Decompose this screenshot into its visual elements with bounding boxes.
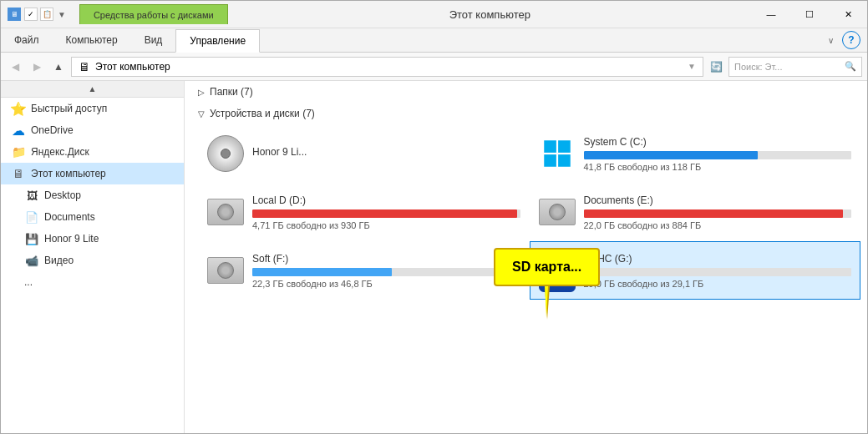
drive-name: Honor 9 Li...	[252, 146, 520, 158]
sidebar-item-quick-access[interactable]: ⭐ Быстрый доступ	[1, 98, 184, 119]
qa-icon-1[interactable]: ✓	[24, 8, 38, 21]
drive-bar-bg	[252, 268, 520, 276]
drive-info: Local D (D:) 4,71 ГБ свободно из 930 ГБ	[252, 194, 520, 230]
video-icon: 📹	[24, 253, 39, 268]
address-path[interactable]: 🖥 Этот компьютер ▼	[71, 57, 703, 77]
forward-button[interactable]: ▶	[28, 58, 46, 76]
sidebar-item-video[interactable]: 📹 Видео	[1, 250, 184, 271]
path-text: Этот компьютер	[95, 61, 170, 73]
sidebar-item-label: OneDrive	[31, 124, 74, 136]
folders-section-label: Папки (7)	[210, 86, 253, 98]
main-content: ▲ ⭐ Быстрый доступ ☁ OneDrive 📁 Яндекс.Д…	[1, 81, 867, 433]
path-icon: 🖥	[79, 60, 90, 73]
devices-section-header[interactable]: ▽ Устройства и диски (7)	[185, 103, 867, 124]
maximize-button[interactable]: ☐	[790, 1, 829, 28]
drive-bar-bg	[584, 268, 852, 276]
tab-manage[interactable]: Управление	[175, 29, 260, 53]
drive-bar-fill	[252, 268, 392, 276]
refresh-button[interactable]: 🔄	[707, 58, 725, 76]
search-placeholder: Поиск: Эт...	[734, 62, 783, 72]
this-computer-icon: 🖥	[11, 166, 26, 181]
hdd-drive-icon	[207, 252, 244, 289]
drive-free-text: 22,0 ГБ свободно из 884 ГБ	[584, 220, 852, 230]
ribbon-right: ∨ ?	[822, 28, 867, 52]
sidebar-item-label: Этот компьютер	[31, 168, 106, 179]
drive-bar-fill	[252, 209, 517, 218]
drive-bar-bg	[584, 151, 852, 159]
window-title: Этот компьютер	[235, 8, 745, 21]
sidebar-item-honor9lite[interactable]: 💾 Honor 9 Lite	[1, 228, 184, 250]
onedrive-icon: ☁	[11, 123, 26, 138]
tooltip-text: SD карта...	[512, 260, 581, 274]
qa-dropdown[interactable]: ▼	[58, 10, 66, 19]
svg-rect-0	[544, 140, 556, 153]
drive-info: System C (C:) 41,8 ГБ свободно из 118 ГБ	[584, 136, 852, 172]
devices-section-label: Устройства и диски (7)	[210, 108, 315, 119]
tooltip-arrow-fill	[545, 286, 548, 317]
desktop-icon: 🖼	[24, 188, 39, 203]
honor9lite-icon: 💾	[24, 231, 39, 246]
sidebar-item-desktop[interactable]: 🖼 Desktop	[1, 184, 184, 206]
sidebar-scroll-up[interactable]: ▲	[1, 81, 184, 98]
sidebar-item-label: Видео	[44, 255, 74, 266]
drive-item-honor9lite[interactable]: Honor 9 Li...	[198, 124, 530, 183]
svg-rect-1	[558, 140, 571, 153]
drive-bar-bg	[252, 209, 520, 218]
windows-logo-icon	[539, 135, 576, 172]
search-icon: 🔍	[845, 61, 856, 72]
drive-info: Documents (E:) 22,0 ГБ свободно из 884 Г…	[584, 194, 852, 230]
drive-info: Honor 9 Li...	[252, 146, 520, 161]
minimize-button[interactable]: —	[752, 1, 790, 28]
drive-name: Soft (F:)	[252, 253, 520, 265]
ribbon-chevron-icon[interactable]: ∨	[822, 32, 839, 48]
win-drive-icon	[539, 135, 576, 172]
folders-section-header[interactable]: ▷ Папки (7)	[185, 81, 867, 103]
drive-info: SDHC (G:) 29,0 ГБ свободно из 29,1 ГБ	[584, 253, 852, 289]
help-button[interactable]: ?	[842, 31, 860, 49]
sidebar-item-label: Desktop	[44, 189, 81, 201]
qa-icon-2[interactable]: 📋	[40, 8, 53, 21]
sidebar-item-more[interactable]: ...	[1, 271, 184, 293]
hdd-drive-icon	[207, 194, 244, 230]
drive-item-system-c[interactable]: System C (C:) 41,8 ГБ свободно из 118 ГБ	[530, 124, 861, 183]
tooltip-container: SD карта...	[494, 248, 600, 286]
drive-bar-bg	[584, 209, 852, 218]
ribbon-tabs: Файл Компьютер Вид Управление	[1, 28, 822, 52]
drive-item-local-d[interactable]: Local D (D:) 4,71 ГБ свободно из 930 ГБ	[198, 183, 530, 241]
title-bar: 🖥 ✓ 📋 ▼ Средства работы с дисками Этот к…	[1, 1, 867, 28]
main-window: 🖥 ✓ 📋 ▼ Средства работы с дисками Этот к…	[0, 0, 868, 434]
tab-file[interactable]: Файл	[1, 28, 53, 52]
title-middle: Средства работы с дисками Этот компьютер	[73, 1, 752, 28]
drive-item-soft-f[interactable]: Soft (F:) 22,3 ГБ свободно из 46,8 ГБ	[198, 241, 530, 300]
drive-free-text: 29,0 ГБ свободно из 29,1 ГБ	[584, 279, 852, 289]
yandex-icon: 📁	[11, 144, 26, 159]
search-box[interactable]: Поиск: Эт... 🔍	[728, 57, 862, 77]
sidebar-item-label: Honor 9 Lite	[44, 233, 99, 245]
close-button[interactable]: ✕	[829, 1, 867, 28]
drive-bar-fill	[584, 151, 758, 159]
up-button[interactable]: ▲	[49, 58, 68, 76]
sidebar-item-documents[interactable]: 📄 Documents	[1, 206, 184, 228]
optical-drive-icon	[207, 135, 244, 172]
disk-tools-tab[interactable]: Средства работы с дисками	[79, 4, 228, 24]
drive-name: System C (C:)	[584, 136, 852, 148]
sidebar-item-onedrive[interactable]: ☁ OneDrive	[1, 119, 184, 141]
svg-rect-2	[544, 154, 556, 167]
ribbon: Файл Компьютер Вид Управление ∨ ?	[1, 28, 867, 53]
back-button[interactable]: ◀	[6, 58, 24, 76]
drive-bar-fill	[584, 209, 844, 218]
drive-free-text: 22,3 ГБ свободно из 46,8 ГБ	[252, 279, 520, 289]
sidebar-item-this-computer[interactable]: 🖥 Этот компьютер	[1, 163, 184, 184]
window-icon: 🖥	[8, 8, 21, 21]
drive-name: SDHC (G:)	[584, 253, 852, 265]
title-top-area: Средства работы с дисками Этот компьютер	[73, 1, 752, 28]
tab-view[interactable]: Вид	[131, 28, 176, 52]
drive-free-text: 41,8 ГБ свободно из 118 ГБ	[584, 162, 852, 172]
path-dropdown-icon[interactable]: ▼	[688, 62, 696, 71]
address-bar: ◀ ▶ ▲ 🖥 Этот компьютер ▼ 🔄 Поиск: Эт... …	[1, 53, 867, 81]
tab-computer[interactable]: Компьютер	[53, 28, 131, 52]
sidebar-item-yandex[interactable]: 📁 Яндекс.Диск	[1, 141, 184, 163]
sidebar: ▲ ⭐ Быстрый доступ ☁ OneDrive 📁 Яндекс.Д…	[1, 81, 185, 433]
drive-item-documents-e[interactable]: Documents (E:) 22,0 ГБ свободно из 884 Г…	[530, 183, 861, 241]
documents-icon: 📄	[24, 209, 39, 225]
